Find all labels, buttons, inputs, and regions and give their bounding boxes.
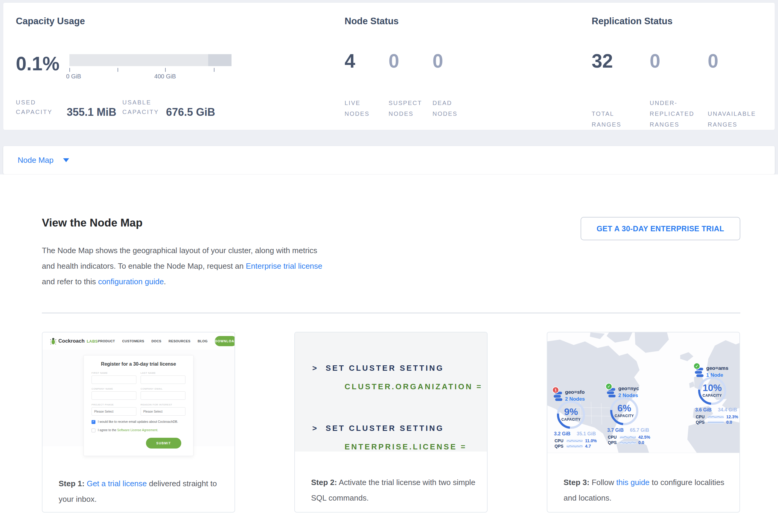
node-group-nyc: ✓ geo=nyc 2 Nodes 6% [606, 386, 660, 398]
qps-sparkline [708, 420, 724, 425]
reason-for-interest-label: REASON FOR INTEREST [141, 403, 185, 406]
node-group-ams: ✓ geo=ams 1 Node 10% [694, 365, 740, 378]
axis-tick-label-400: 400 GiB [154, 73, 176, 80]
qps-sparkline [566, 444, 583, 449]
total-capacity: 34.4 GiB [718, 407, 737, 412]
qps-value: 0.0 [638, 440, 644, 445]
node-status-title: Node Status [344, 16, 592, 27]
capacity-usage-title: Capacity Usage [16, 16, 344, 27]
node-map-preview: 1 geo=sfo 2 Nodes 9% [547, 332, 740, 453]
project-phase-label: PROJECT PHASE [91, 403, 136, 406]
software-license-agreement-link: Software License Agreement. [117, 428, 158, 432]
used-capacity: 3.7 GiB [607, 428, 624, 433]
cpu-label: CPU [608, 435, 617, 440]
minisite-download-button: DOWNLOAD [215, 336, 235, 346]
cpu-value: 11.0% [585, 438, 597, 443]
enterprise-trial-button[interactable]: GET A 30-DAY ENTERPRISE TRIAL [580, 217, 741, 240]
cpu-value: 42.5% [638, 435, 650, 440]
used-capacity: 3.6 GiB [695, 407, 712, 412]
cockroach-labs-logo: Cockroach LABS [50, 337, 98, 345]
node-map-dropdown-label: Node Map [18, 156, 54, 165]
healthy-badge: ✓ [605, 383, 612, 390]
step1-caption: Step 1: Get a trial license delivered st… [43, 446, 235, 507]
capacity-gauge: 9% CAPACITY [557, 401, 585, 429]
axis-tick [165, 68, 166, 72]
node-status-section: Node Status 4 0 0 LIVENODES SUSPECTNODES… [344, 16, 592, 130]
cpu-sparkline [620, 435, 636, 440]
company-name-field [91, 391, 136, 400]
step3-caption: Step 3: Follow this guide to configure l… [547, 453, 740, 506]
node-group-sfo: 1 geo=sfo 2 Nodes 9% [553, 389, 607, 402]
company-name-label: COMPANY NAME [91, 387, 136, 390]
capacity-percent: 0.1% [16, 53, 69, 83]
enterprise-trial-license-link[interactable]: Enterprise trial license [246, 261, 322, 271]
capacity-bar [69, 54, 232, 66]
get-trial-license-link[interactable]: Get a trial license [87, 479, 147, 488]
reason-for-interest-select: Please Select [141, 407, 185, 415]
node-map-content: View the Node Map The Node Map shows the… [0, 174, 778, 513]
total-ranges-value: 32 [592, 50, 650, 72]
registration-site-screenshot: Cockroach LABS PRODUCT CUSTOMERS DOCS RE… [43, 332, 235, 446]
live-nodes-value: 4 [344, 50, 389, 72]
minisite-nav-docs: DOCS [151, 339, 161, 343]
minisite-navbar: Cockroach LABS PRODUCT CUSTOMERS DOCS RE… [43, 332, 235, 350]
configuration-guide-link[interactable]: configuration guide [98, 277, 164, 286]
qps-value: 4.7 [585, 444, 591, 449]
company-email-field [141, 391, 185, 400]
license-agreement-text: I agree to the Software License Agreemen… [98, 428, 158, 432]
summary-section: Capacity Usage 0.1% 0 GiB 400 GiB USED [0, 0, 778, 174]
minisite-nav-blog: BLOG [198, 339, 208, 343]
axis-tick [118, 68, 118, 72]
capacity-gauge: 6% CAPACITY [610, 397, 638, 425]
healthy-badge: ✓ [693, 363, 700, 370]
under-replicated-ranges-label: UNDER-REPLICATEDRANGES [650, 97, 708, 130]
trial-license-form: Register for a 30-day trial license FIRS… [83, 355, 193, 456]
email-updates-text: I would like to receive email updates ab… [98, 420, 178, 424]
sql-command-1: > SET CLUSTER SETTING [312, 363, 487, 373]
capacity-gauge: 10% CAPACITY [698, 377, 726, 405]
qps-label: QPS [608, 440, 617, 445]
intro-paragraph: The Node Map shows the geographical layo… [42, 243, 326, 289]
minisite-nav-product: PRODUCT [98, 339, 115, 343]
sql-commands-panel: > SET CLUSTER SETTING CLUSTER.ORGANIZATI… [295, 332, 487, 452]
chevron-down-icon [63, 158, 69, 162]
section-divider [42, 313, 740, 313]
suspect-nodes-value: 0 [389, 50, 433, 72]
email-updates-checkbox [91, 420, 95, 424]
page-title: View the Node Map [42, 216, 326, 229]
used-capacity: 3.2 GiB [554, 431, 570, 437]
project-phase-select: Please Select [91, 407, 136, 415]
total-capacity: 65.7 GiB [630, 428, 649, 433]
used-capacity-metric: USED CAPACITY 355.1 MiB [16, 97, 116, 117]
axis-tick-label-0: 0 GiB [66, 73, 81, 80]
cpu-sparkline [708, 414, 724, 419]
last-name-label: LAST NAME [141, 372, 185, 374]
minisite-nav-resources: RESOURCES [169, 339, 190, 343]
cpu-label: CPU [555, 438, 564, 443]
usable-capacity-metric: USABLE CAPACITY 676.5 GiB [122, 97, 215, 117]
replication-status-title: Replication Status [592, 16, 775, 27]
form-title: Register for a 30-day trial license [91, 362, 185, 367]
axis-tick [69, 68, 70, 72]
under-replicated-ranges-value: 0 [650, 50, 708, 72]
locality-name: geo=nyc [618, 386, 639, 392]
sql-arg-1: CLUSTER.ORGANIZATION = [312, 381, 487, 392]
step2-caption: Step 2: Activate the trial license with … [295, 452, 487, 506]
locality-name: geo=ams [706, 365, 728, 371]
cpu-sparkline [566, 438, 583, 443]
locality-name: geo=sfo [565, 389, 585, 395]
unavailable-ranges-label: UNAVAILABLERANGES [708, 108, 766, 130]
company-email-label: COMPANY EMAIL [141, 387, 185, 390]
node-map-dropdown[interactable]: Node Map [3, 146, 775, 174]
capacity-bar-chart: 0 GiB 400 GiB [69, 53, 232, 83]
usable-capacity-value: 676.5 GiB [166, 106, 215, 119]
cpu-value: 12.3% [726, 414, 738, 419]
step1-card: Cockroach LABS PRODUCT CUSTOMERS DOCS RE… [42, 332, 235, 513]
sql-arg-2: ENTERPRISE.LICENSE = [312, 442, 487, 452]
license-agreement-checkbox [91, 429, 95, 432]
minisite-nav-customers: CUSTOMERS [122, 339, 144, 343]
cluster-summary-panel: Capacity Usage 0.1% 0 GiB 400 GiB USED [3, 2, 775, 130]
this-guide-link[interactable]: this guide [616, 478, 649, 487]
error-badge: 1 [552, 387, 559, 393]
capacity-bar-nonusable-segment [208, 54, 232, 66]
